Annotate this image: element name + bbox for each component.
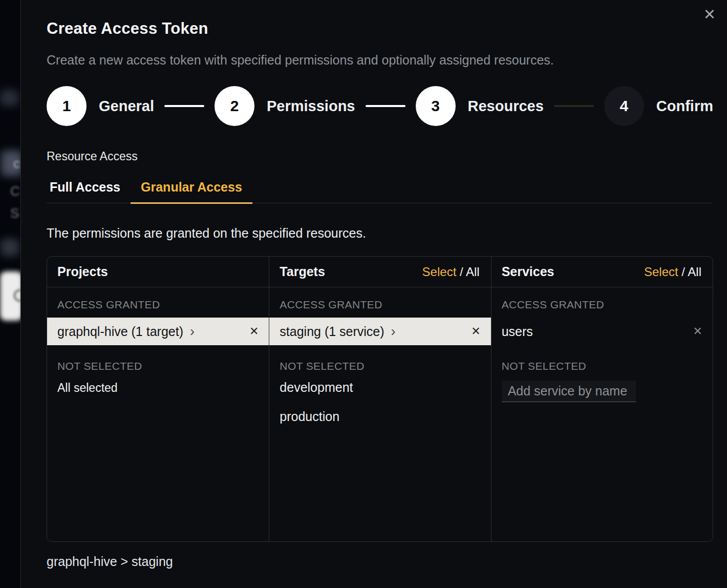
breadcrumb-separator: > — [117, 554, 132, 569]
projects-column-header: Projects — [47, 257, 269, 287]
not-selected-label: NOT SELECTED — [502, 360, 702, 372]
step-permissions[interactable]: 2 Permissions — [215, 86, 355, 126]
resource-picker-table: Projects ACCESS GRANTED graphql-hive (1 … — [47, 256, 713, 542]
granted-service-row[interactable]: users ✕ — [491, 318, 713, 345]
remove-icon[interactable]: ✕ — [471, 326, 480, 337]
breadcrumb-project: graphql-hive — [47, 554, 117, 569]
step-number: 4 — [620, 97, 629, 115]
backdrop-blur-blob — [1, 239, 19, 256]
resource-access-tabs: Full Access Granular Access — [47, 180, 713, 203]
step-number: 1 — [62, 97, 71, 115]
step-number: 3 — [431, 97, 440, 115]
step-connector — [366, 105, 405, 107]
step-label: Confirm — [656, 98, 713, 115]
breadcrumb-target: staging — [132, 554, 173, 569]
granted-project-row[interactable]: graphql-hive (1 target) › ✕ — [47, 318, 269, 345]
target-item-production[interactable]: production — [280, 402, 480, 431]
step-circle: 4 — [604, 86, 644, 126]
step-number: 2 — [230, 97, 239, 115]
chevron-right-icon[interactable]: › — [391, 325, 396, 339]
projects-header-label: Projects — [57, 264, 108, 279]
not-selected-label: NOT SELECTED — [280, 360, 480, 372]
all-selected-note: All selected — [57, 381, 259, 395]
step-circle: 3 — [416, 86, 456, 126]
resource-access-heading: Resource Access — [47, 150, 713, 163]
remove-icon[interactable]: ✕ — [249, 326, 259, 337]
step-general[interactable]: 1 General — [47, 86, 154, 126]
not-selected-label: NOT SELECTED — [57, 360, 259, 372]
targets-select-link[interactable]: Select — [422, 265, 457, 279]
granted-project-label: graphql-hive (1 target) — [57, 324, 183, 339]
slash-separator: / — [678, 265, 688, 279]
backdrop-letter: C — [10, 183, 20, 199]
step-label: Permissions — [267, 98, 355, 115]
services-all-link[interactable]: All — [688, 265, 701, 279]
backdrop-letter: S — [10, 205, 19, 221]
tab-full-access[interactable]: Full Access — [47, 180, 131, 204]
access-granted-label: ACCESS GRANTED — [280, 299, 480, 311]
resource-description: The permissions are granted on the speci… — [47, 226, 713, 241]
access-granted-label: ACCESS GRANTED — [57, 299, 259, 311]
backdrop-strip: c C S — [0, 0, 21, 588]
slash-separator: / — [456, 265, 466, 279]
targets-column: Targets Select / All ACCESS GRANTED stag… — [269, 257, 490, 541]
stepper: 1 General 2 Permissions 3 Resources 4 Co… — [47, 86, 713, 126]
services-select-link[interactable]: Select — [644, 265, 678, 279]
backdrop-letter: c — [13, 156, 20, 172]
targets-header-label: Targets — [280, 264, 325, 279]
access-granted-label: ACCESS GRANTED — [502, 299, 702, 311]
step-connector — [164, 105, 204, 107]
granted-target-label: staging (1 service) — [280, 324, 384, 339]
granted-service-label: users — [502, 324, 533, 339]
breadcrumb: graphql-hive > staging — [47, 554, 713, 569]
projects-column: Projects ACCESS GRANTED graphql-hive (1 … — [47, 257, 269, 541]
close-icon[interactable]: ✕ — [703, 7, 716, 22]
targets-column-header: Targets Select / All — [269, 257, 490, 287]
step-connector — [554, 105, 594, 107]
create-access-token-dialog: ✕ Create Access Token Create a new acces… — [20, 0, 727, 588]
granted-target-row[interactable]: staging (1 service) › ✕ — [269, 318, 490, 345]
add-service-input[interactable] — [502, 381, 636, 402]
step-label: General — [99, 98, 154, 115]
target-item-development[interactable]: development — [280, 372, 480, 402]
services-select-all: Select / All — [644, 265, 701, 279]
step-confirm[interactable]: 4 Confirm — [604, 86, 713, 126]
targets-select-all: Select / All — [422, 265, 480, 279]
tab-granular-access[interactable]: Granular Access — [131, 180, 252, 204]
services-column: Services Select / All ACCESS GRANTED use… — [491, 257, 713, 541]
dialog-subtitle: Create a new access token with specified… — [47, 53, 713, 68]
services-column-header: Services Select / All — [491, 257, 713, 287]
targets-all-link[interactable]: All — [466, 265, 480, 279]
step-circle: 2 — [215, 86, 254, 126]
chevron-right-icon[interactable]: › — [190, 325, 195, 339]
remove-icon[interactable]: ✕ — [693, 326, 702, 337]
services-header-label: Services — [502, 264, 554, 279]
dialog-title: Create Access Token — [47, 19, 713, 38]
step-label: Resources — [468, 98, 544, 115]
step-circle: 1 — [47, 86, 87, 126]
backdrop-blur-blob — [0, 90, 18, 106]
step-resources[interactable]: 3 Resources — [416, 86, 544, 126]
